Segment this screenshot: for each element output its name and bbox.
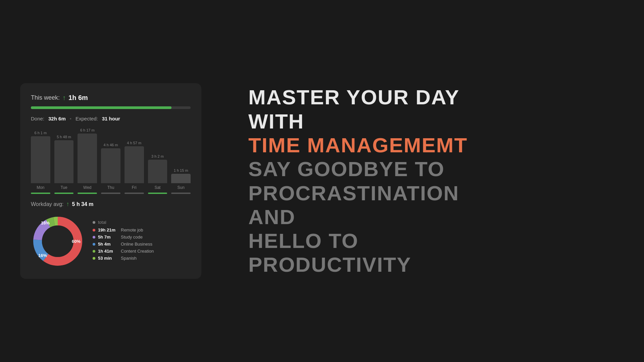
- legend-item-study: 5h 7m Study code: [93, 235, 191, 240]
- bar-wed: [78, 134, 97, 183]
- legend-dot-spanish: [93, 257, 95, 260]
- day-label-tue: Tue: [60, 185, 67, 190]
- workday-avg-value: 5 h 34 m: [72, 201, 94, 207]
- bar-label-fri: 4 h 57 m: [127, 141, 141, 145]
- trend-arrow-up: ↑: [62, 94, 66, 102]
- bar-label-wed: 6 h 17 m: [80, 128, 95, 132]
- donut-label-60: 60%: [72, 239, 81, 244]
- stats-row: Done: 32h 6m • Expected: 31 hour: [31, 116, 191, 121]
- expected-label: Expected:: [76, 116, 98, 121]
- legend-time-remote: 19h 21m: [98, 227, 118, 232]
- bar-sun: [171, 174, 191, 183]
- indicator-tue: [54, 193, 74, 194]
- indicator-thu: [101, 193, 120, 194]
- day-label-thu: Thu: [107, 185, 114, 190]
- donut-chart: 16% 16% 60%: [31, 214, 85, 268]
- bar-indicators: [31, 193, 191, 194]
- stats-card: This week: ↑ 1h 6m Done: 32h 6m • Expect…: [20, 83, 201, 279]
- this-week-label: This week:: [31, 94, 60, 101]
- day-label-fri: Fri: [132, 185, 137, 190]
- bar-label-sun: 1 h 15 m: [174, 168, 188, 172]
- indicator-sun: [171, 193, 191, 194]
- legend-time-spanish: 53 min: [98, 256, 118, 261]
- indicator-mon: [31, 193, 50, 194]
- bar-label-tue: 5 h 48 m: [57, 135, 71, 139]
- legend-time-business: 5h 4m: [98, 242, 118, 247]
- weekly-progress-bar-container: [31, 106, 191, 109]
- day-label-sat: Sat: [154, 185, 160, 190]
- bar-tue: [54, 140, 74, 183]
- bar-label-thu: 4 h 46 m: [104, 143, 118, 147]
- bar-label-sat: 3 h 2 m: [151, 154, 164, 158]
- this-week-value: 1h 6m: [68, 94, 88, 102]
- legend-dot-business: [93, 243, 95, 246]
- bar-mon: [31, 136, 50, 183]
- legend-item-spanish: 53 min Spanish: [93, 256, 191, 261]
- indicator-fri: [125, 193, 144, 194]
- headline-line-5: HELLO TO PRODUCTIVITY: [248, 229, 483, 277]
- svg-point-6: [42, 225, 73, 257]
- expected-value: 31 hour: [102, 116, 120, 121]
- bottom-section: 16% 16% 60% total 19h 21m Remote job 5h …: [31, 214, 191, 268]
- donut-label-16-top: 16%: [41, 220, 50, 225]
- bar-col-thu: 4 h 46 m Thu: [101, 143, 120, 190]
- bar-col-fri: 4 h 57 m Fri: [125, 141, 144, 190]
- legend-time-content: 1h 41m: [98, 249, 118, 254]
- headline-line-3: SAY GOODBYE TO: [248, 157, 483, 181]
- legend-name-spanish: Spanish: [121, 256, 137, 261]
- legend-total-label: total: [98, 220, 106, 225]
- headline-line-4: PROCRASTINATION AND: [248, 181, 483, 229]
- bar-chart: 6 h 1 m Mon 5 h 48 m Tue 6 h 17 m Wed 4 …: [31, 130, 191, 190]
- right-panel: MASTER YOUR DAY WITH TIME MANAGEMEMT SAY…: [221, 0, 644, 362]
- bar-col-sun: 1 h 15 m Sun: [171, 168, 191, 190]
- bar-col-mon: 6 h 1 m Mon: [31, 131, 50, 190]
- indicator-sat: [148, 193, 167, 194]
- bar-fri: [125, 146, 144, 183]
- headline-line-2: TIME MANAGEMEMT: [248, 133, 483, 157]
- bar-label-mon: 6 h 1 m: [35, 131, 47, 135]
- headline-block: MASTER YOUR DAY WITH TIME MANAGEMEMT SAY…: [248, 85, 483, 276]
- legend-name-study: Study code: [121, 235, 143, 240]
- legend-name-remote: Remote job: [121, 227, 143, 232]
- left-panel: This week: ↑ 1h 6m Done: 32h 6m • Expect…: [0, 0, 221, 362]
- bar-thu: [101, 148, 120, 183]
- legend-time-study: 5h 7m: [98, 235, 118, 240]
- bar-sat: [148, 160, 167, 183]
- weekly-progress-bar: [31, 106, 171, 109]
- legend-item-content: 1h 41m Content Creation: [93, 249, 191, 254]
- done-value: 32h 6m: [48, 116, 66, 121]
- workday-avg-label: Workday avg:: [31, 201, 64, 207]
- done-label: Done:: [31, 116, 44, 121]
- legend-dot-content: [93, 250, 95, 253]
- legend-total-dot: [93, 221, 95, 224]
- day-label-mon: Mon: [37, 185, 44, 190]
- donut-label-16-bottom: 16%: [38, 253, 47, 258]
- bar-col-sat: 3 h 2 m Sat: [148, 154, 167, 190]
- this-week-row: This week: ↑ 1h 6m: [31, 94, 191, 102]
- separator-dot: •: [70, 116, 71, 121]
- indicator-wed: [78, 193, 97, 194]
- bar-col-wed: 6 h 17 m Wed: [78, 128, 97, 190]
- legend-total-row: total: [93, 220, 191, 225]
- legend-dot-remote: [93, 229, 95, 231]
- day-label-wed: Wed: [83, 185, 91, 190]
- chart-legend: total 19h 21m Remote job 5h 7m Study cod…: [93, 220, 191, 263]
- legend-item-remote: 19h 21m Remote job: [93, 227, 191, 232]
- legend-dot-study: [93, 236, 95, 239]
- legend-name-business: Online Business: [121, 242, 152, 247]
- bar-col-tue: 5 h 48 m Tue: [54, 135, 74, 190]
- workday-avg-arrow: ↑: [66, 201, 69, 208]
- workday-avg-row: Workday avg: ↑ 5 h 34 m: [31, 201, 191, 208]
- headline-line-1: MASTER YOUR DAY WITH: [248, 85, 483, 133]
- day-label-sun: Sun: [177, 185, 184, 190]
- legend-name-content: Content Creation: [121, 249, 154, 254]
- legend-item-business: 5h 4m Online Business: [93, 242, 191, 247]
